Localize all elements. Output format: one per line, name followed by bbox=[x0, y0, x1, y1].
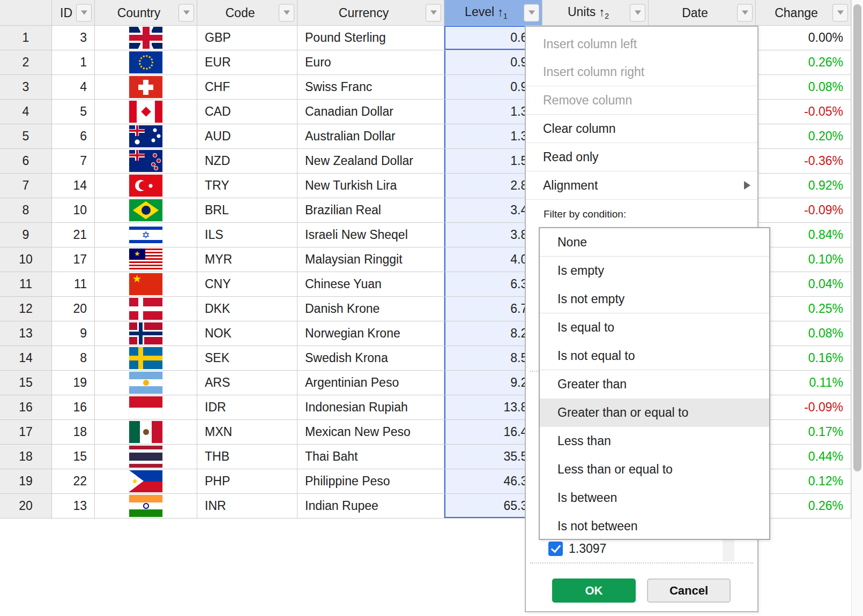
condition-option-none[interactable]: None bbox=[540, 228, 769, 257]
col-header-date[interactable]: Date bbox=[649, 0, 756, 26]
cell-id[interactable]: 15 bbox=[52, 445, 95, 469]
cell-currency[interactable]: Swiss Franc bbox=[297, 75, 444, 100]
cell-code[interactable]: ARS bbox=[197, 371, 297, 395]
cell-id[interactable]: 21 bbox=[52, 223, 95, 247]
cell-code[interactable]: IDR bbox=[197, 395, 297, 420]
cell-currency[interactable]: Australian Dollar bbox=[297, 124, 444, 149]
cell-country[interactable] bbox=[95, 174, 197, 198]
col-header-currency[interactable]: Currency bbox=[297, 0, 444, 26]
cell-currency[interactable]: Euro bbox=[297, 50, 444, 75]
cell-country[interactable] bbox=[95, 469, 197, 494]
col-header-level-selected[interactable]: Level↑1 bbox=[444, 0, 542, 26]
row-header[interactable]: 14 bbox=[0, 346, 52, 371]
value-checkbox[interactable] bbox=[548, 542, 563, 556]
col-header-change[interactable]: Change bbox=[756, 0, 851, 26]
cell-change[interactable]: 0.08% bbox=[756, 75, 851, 100]
col-header-id[interactable]: ID bbox=[52, 0, 95, 26]
cell-code[interactable]: BRL bbox=[197, 198, 297, 223]
filter-dropdown-button[interactable] bbox=[832, 4, 848, 21]
condition-option-less-than-or-equal-to[interactable]: Less than or equal to bbox=[540, 455, 769, 484]
menu-item-alignment[interactable]: Alignment bbox=[526, 171, 757, 200]
cell-country[interactable] bbox=[95, 247, 197, 272]
ok-button[interactable]: OK bbox=[552, 579, 636, 603]
cell-currency[interactable]: Chinese Yuan bbox=[297, 272, 444, 297]
cell-country[interactable] bbox=[95, 272, 197, 297]
row-header[interactable]: 12 bbox=[0, 297, 52, 321]
filter-dropdown-button[interactable] bbox=[279, 4, 294, 21]
condition-option-greater-than-or-equal-to[interactable]: Greater than or equal to bbox=[540, 399, 769, 427]
cell-code[interactable]: SEK bbox=[197, 346, 297, 371]
cell-code[interactable]: NOK bbox=[197, 321, 297, 346]
row-header[interactable]: 10 bbox=[0, 247, 52, 272]
row-header[interactable]: 1 bbox=[0, 26, 52, 50]
cell-country[interactable] bbox=[95, 149, 197, 174]
filter-dropdown-button[interactable] bbox=[630, 4, 645, 21]
cell-currency[interactable]: Philippine Peso bbox=[297, 469, 444, 494]
cell-id[interactable]: 18 bbox=[52, 420, 95, 445]
cell-code[interactable]: CHF bbox=[197, 75, 297, 100]
cell-country[interactable] bbox=[95, 223, 197, 247]
condition-option-is-empty[interactable]: Is empty bbox=[540, 257, 769, 285]
cell-id[interactable]: 7 bbox=[52, 149, 95, 174]
cell-currency[interactable]: Indonesian Rupiah bbox=[297, 395, 444, 420]
cell-country[interactable] bbox=[95, 445, 197, 469]
cell-id[interactable]: 3 bbox=[52, 26, 95, 50]
row-header[interactable]: 8 bbox=[0, 198, 52, 223]
col-header-units[interactable]: Units↑2 bbox=[542, 0, 649, 26]
row-header[interactable]: 15 bbox=[0, 371, 52, 395]
cell-id[interactable]: 19 bbox=[52, 371, 95, 395]
cell-code[interactable]: INR bbox=[197, 494, 297, 519]
cell-id[interactable]: 10 bbox=[52, 198, 95, 223]
cell-id[interactable]: 16 bbox=[52, 395, 95, 420]
cell-change[interactable]: -0.09% bbox=[756, 198, 851, 223]
cell-id[interactable]: 11 bbox=[52, 272, 95, 297]
cell-id[interactable]: 17 bbox=[52, 247, 95, 272]
condition-option-is-between[interactable]: Is between bbox=[540, 484, 769, 512]
menu-item-clear-column[interactable]: Clear column bbox=[526, 115, 757, 143]
cell-country[interactable] bbox=[95, 346, 197, 371]
cell-country[interactable] bbox=[95, 75, 197, 100]
filter-dropdown-button[interactable] bbox=[178, 4, 194, 21]
cell-id[interactable]: 9 bbox=[52, 321, 95, 346]
menu-item-read-only[interactable]: Read only bbox=[526, 143, 757, 171]
filter-dropdown-button[interactable] bbox=[76, 4, 92, 21]
cell-code[interactable]: THB bbox=[197, 445, 297, 469]
cell-code[interactable]: MYR bbox=[197, 247, 297, 272]
cell-currency[interactable]: Malaysian Ringgit bbox=[297, 247, 444, 272]
row-header[interactable]: 18 bbox=[0, 445, 52, 469]
filter-dropdown-button[interactable] bbox=[737, 4, 753, 21]
row-header[interactable]: 3 bbox=[0, 75, 52, 100]
cell-change[interactable]: 0.26% bbox=[756, 50, 851, 75]
cell-id[interactable]: 20 bbox=[52, 297, 95, 321]
cell-country[interactable] bbox=[95, 395, 197, 420]
cell-currency[interactable]: Pound Sterling bbox=[297, 26, 444, 50]
cell-code[interactable]: DKK bbox=[197, 297, 297, 321]
cell-code[interactable]: CNY bbox=[197, 272, 297, 297]
condition-option-greater-than[interactable]: Greater than bbox=[540, 370, 769, 399]
condition-option-is-not-equal-to[interactable]: Is not equal to bbox=[540, 342, 769, 370]
cell-code[interactable]: TRY bbox=[197, 174, 297, 198]
cell-code[interactable]: MXN bbox=[197, 420, 297, 445]
cell-id[interactable]: 4 bbox=[52, 75, 95, 100]
cell-country[interactable] bbox=[95, 371, 197, 395]
cell-code[interactable]: GBP bbox=[197, 26, 297, 50]
cell-currency[interactable]: Brazilian Real bbox=[297, 198, 444, 223]
cell-change[interactable]: 0.00% bbox=[756, 26, 851, 50]
filter-dropdown-button[interactable] bbox=[524, 4, 539, 21]
cell-code[interactable]: ILS bbox=[197, 223, 297, 247]
cell-id[interactable]: 14 bbox=[52, 174, 95, 198]
cell-id[interactable]: 8 bbox=[52, 346, 95, 371]
cell-change[interactable]: -0.36% bbox=[756, 149, 851, 174]
cell-currency[interactable]: Canadian Dollar bbox=[297, 100, 444, 124]
cell-currency[interactable]: Argentinian Peso bbox=[297, 371, 444, 395]
cell-id[interactable]: 22 bbox=[52, 469, 95, 494]
cell-currency[interactable]: Thai Baht bbox=[297, 445, 444, 469]
cell-id[interactable]: 13 bbox=[52, 494, 95, 519]
row-header[interactable]: 4 bbox=[0, 100, 52, 124]
row-header[interactable]: 7 bbox=[0, 174, 52, 198]
cell-country[interactable] bbox=[95, 420, 197, 445]
cell-change[interactable]: -0.05% bbox=[756, 100, 851, 124]
cell-code[interactable]: AUD bbox=[197, 124, 297, 149]
cell-country[interactable] bbox=[95, 297, 197, 321]
cell-currency[interactable]: Norwegian Krone bbox=[297, 321, 444, 346]
